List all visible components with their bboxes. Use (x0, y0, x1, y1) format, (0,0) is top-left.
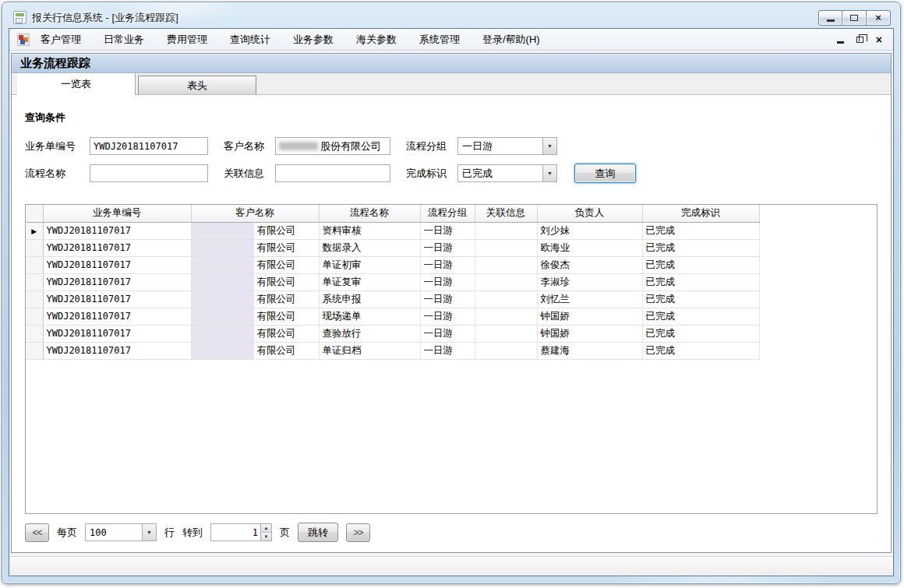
process-name-input[interactable] (90, 164, 208, 182)
cell-customer[interactable]: 有限公司 (191, 222, 319, 239)
row-selector[interactable] (26, 342, 43, 359)
cell-process[interactable]: 查验放行 (319, 325, 420, 342)
cell-related[interactable] (475, 308, 537, 325)
col-header-biz-no[interactable]: 业务单编号 (43, 205, 191, 222)
cell-group[interactable]: 一日游 (420, 239, 475, 256)
search-button[interactable]: 查询 (574, 164, 636, 183)
cell-related[interactable] (475, 342, 537, 359)
cell-process[interactable]: 系统申报 (319, 290, 420, 308)
tab-header[interactable]: 表头 (138, 76, 256, 94)
cell-status[interactable]: 已完成 (642, 239, 759, 256)
cell-customer[interactable]: 有限公司 (191, 325, 319, 342)
cell-process[interactable]: 单证初审 (319, 256, 420, 273)
window-titlebar[interactable]: 报关行信息系统 - [业务流程跟踪] × (9, 2, 894, 28)
cell-group[interactable]: 一日游 (420, 325, 475, 342)
menu-daily-business[interactable]: 日常业务 (104, 30, 144, 50)
cell-status[interactable]: 已完成 (642, 342, 759, 359)
cell-status[interactable]: 已完成 (642, 273, 759, 290)
dropdown-arrow-button[interactable]: ▼ (542, 165, 556, 181)
status-flag-select[interactable]: 已完成 ▼ (457, 164, 557, 182)
page-spinner[interactable]: ▲ ▼ (260, 523, 272, 541)
mdi-restore-icon[interactable] (856, 37, 863, 43)
cell-customer[interactable]: 有限公司 (191, 256, 319, 273)
mdi-minimize-icon[interactable] (837, 41, 844, 44)
cell-status[interactable]: 已完成 (642, 222, 759, 239)
resize-grip[interactable] (889, 572, 891, 573)
cell-group[interactable]: 一日游 (420, 308, 475, 325)
dropdown-arrow-button[interactable]: ▼ (142, 524, 156, 540)
process-group-select[interactable]: 一日游 ▼ (457, 137, 557, 155)
cell-process[interactable]: 现场递单 (319, 308, 420, 325)
cell-status[interactable]: 已完成 (642, 308, 759, 325)
menu-fee-mgmt[interactable]: 费用管理 (167, 30, 207, 50)
col-header-process[interactable]: 流程名称 (319, 205, 420, 222)
cell-process[interactable]: 单证复审 (319, 273, 420, 290)
menu-login-help[interactable]: 登录/帮助(H) (482, 30, 540, 50)
minimize-button[interactable] (818, 10, 842, 26)
cell-related[interactable] (475, 273, 537, 290)
col-header-owner[interactable]: 负责人 (537, 205, 642, 222)
prev-page-button[interactable]: << (25, 523, 49, 542)
close-button[interactable]: × (867, 10, 891, 26)
col-header-status[interactable]: 完成标识 (642, 205, 759, 222)
next-page-button[interactable]: >> (346, 523, 370, 542)
cell-related[interactable] (475, 256, 537, 273)
row-selector-header[interactable] (26, 205, 43, 222)
cell-biz-no[interactable]: YWDJ20181107017 (43, 325, 191, 342)
jump-button[interactable]: 跳转 (298, 523, 338, 542)
row-selector[interactable] (26, 256, 43, 273)
cell-customer[interactable]: 有限公司 (191, 239, 319, 256)
cell-group[interactable]: 一日游 (420, 256, 475, 273)
cell-biz-no[interactable]: YWDJ20181107017 (43, 256, 191, 273)
cell-owner[interactable]: 钟国娇 (537, 308, 642, 325)
row-selector[interactable]: ▶ (26, 222, 43, 239)
cell-status[interactable]: 已完成 (642, 256, 759, 273)
biz-no-input[interactable] (90, 137, 208, 155)
cell-owner[interactable]: 刘少妹 (537, 222, 642, 239)
maximize-button[interactable] (842, 10, 867, 26)
cell-owner[interactable]: 徐俊杰 (537, 256, 642, 273)
spinner-up-icon[interactable]: ▲ (261, 524, 271, 533)
cell-group[interactable]: 一日游 (420, 273, 475, 290)
col-header-group[interactable]: 流程分组 (420, 205, 475, 222)
cell-biz-no[interactable]: YWDJ20181107017 (43, 222, 191, 239)
related-info-input[interactable] (275, 164, 390, 182)
cell-owner[interactable]: 钟国娇 (537, 325, 642, 342)
cell-biz-no[interactable]: YWDJ20181107017 (43, 290, 191, 308)
menu-customer-mgmt[interactable]: 客户管理 (41, 30, 81, 50)
col-header-related[interactable]: 关联信息 (475, 205, 537, 222)
customer-input[interactable]: 股份有限公司 (275, 137, 390, 155)
row-selector[interactable] (26, 325, 43, 342)
goto-page-input[interactable] (210, 523, 260, 541)
cell-customer[interactable]: 有限公司 (191, 308, 319, 325)
cell-process[interactable]: 数据录入 (319, 239, 420, 256)
cell-related[interactable] (475, 239, 537, 256)
cell-biz-no[interactable]: YWDJ20181107017 (43, 342, 191, 359)
row-selector[interactable] (26, 239, 43, 256)
cell-status[interactable]: 已完成 (642, 290, 759, 308)
cell-customer[interactable]: 有限公司 (191, 342, 319, 359)
cell-process[interactable]: 单证归档 (319, 342, 420, 359)
cell-process[interactable]: 资料审核 (319, 222, 420, 239)
cell-customer[interactable]: 有限公司 (191, 273, 319, 290)
cell-owner[interactable]: 蔡建海 (537, 342, 642, 359)
mdi-close-icon[interactable]: × (876, 34, 882, 45)
tab-overview[interactable]: 一览表 (17, 73, 136, 95)
cell-group[interactable]: 一日游 (420, 222, 475, 239)
cell-biz-no[interactable]: YWDJ20181107017 (43, 239, 191, 256)
menu-customs-params[interactable]: 海关参数 (356, 30, 397, 50)
cell-group[interactable]: 一日游 (420, 290, 475, 308)
cell-related[interactable] (475, 222, 537, 239)
menu-system-mgmt[interactable]: 系统管理 (419, 30, 460, 50)
cell-owner[interactable]: 李淑珍 (537, 273, 642, 290)
cell-customer[interactable]: 有限公司 (191, 290, 319, 308)
menu-query-stats[interactable]: 查询统计 (230, 30, 270, 50)
menu-business-params[interactable]: 业务参数 (293, 30, 334, 50)
cell-related[interactable] (475, 290, 537, 308)
spinner-down-icon[interactable]: ▼ (261, 533, 271, 540)
cell-owner[interactable]: 刘忆兰 (537, 290, 642, 308)
cell-owner[interactable]: 欧海业 (537, 239, 642, 256)
dropdown-arrow-button[interactable]: ▼ (542, 138, 556, 154)
per-page-select[interactable]: 100 ▼ (85, 523, 157, 541)
cell-biz-no[interactable]: YWDJ20181107017 (43, 273, 191, 290)
